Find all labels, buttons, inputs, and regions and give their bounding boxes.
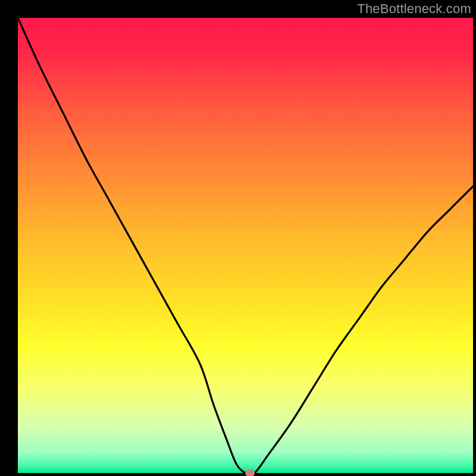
optimal-marker <box>245 469 255 476</box>
chart-frame: TheBottleneck.com <box>0 0 476 476</box>
watermark-text: TheBottleneck.com <box>357 1 471 17</box>
bottleneck-chart <box>0 0 476 476</box>
plot-background <box>18 18 473 473</box>
